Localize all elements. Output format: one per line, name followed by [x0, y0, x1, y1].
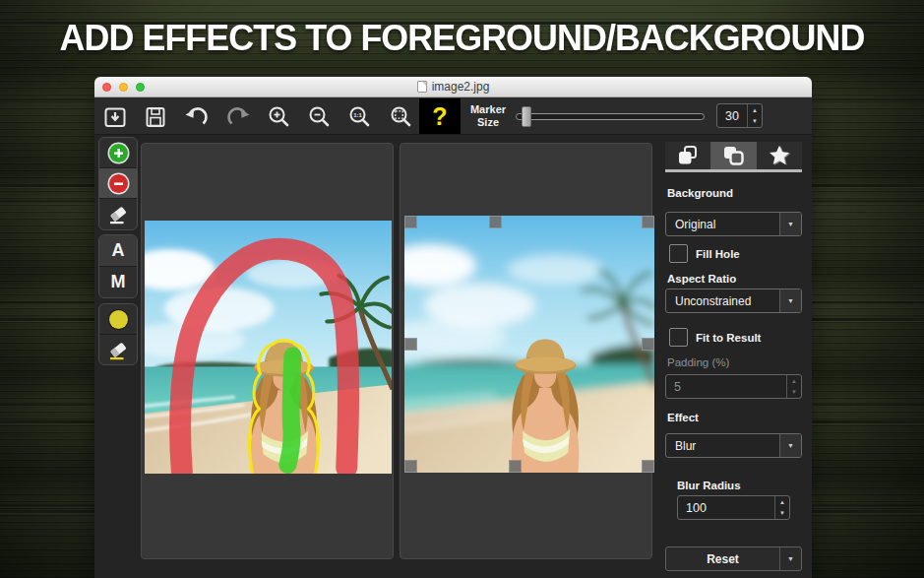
- foreground-marker-tool[interactable]: [99, 138, 137, 168]
- banner-title: ADD EFFECTS TO FOREGROUND/BACKGROUND: [14, 18, 910, 59]
- window-title-group: image2.jpg: [417, 80, 490, 94]
- spin-down-icon[interactable]: ▼: [748, 116, 762, 128]
- save-icon: [143, 104, 168, 130]
- crop-handle-middle-left[interactable]: [404, 338, 417, 351]
- reset-button-label: Reset: [666, 547, 779, 570]
- result-image[interactable]: [404, 216, 654, 473]
- background-dropdown-value: Original: [666, 213, 779, 235]
- marker-size-slider-handle[interactable]: [522, 106, 531, 127]
- fit-to-result-label: Fit to Result: [696, 332, 761, 344]
- marker-size-spin-arrows: ▲ ▼: [747, 104, 762, 127]
- redo-button[interactable]: [224, 103, 251, 130]
- window-title: image2.jpg: [432, 80, 490, 94]
- title-bar[interactable]: image2.jpg: [94, 77, 812, 97]
- minus-icon: [109, 174, 128, 193]
- tab-effects[interactable]: [757, 142, 802, 169]
- undo-icon: [184, 104, 210, 130]
- marker-eraser-tool[interactable]: [99, 199, 137, 229]
- padding-spinbox[interactable]: 5 ▲ ▼: [665, 374, 802, 399]
- blur-radius-spinbox[interactable]: 100 ▲ ▼: [677, 495, 790, 520]
- crop-handle-bottom-center[interactable]: [509, 460, 522, 473]
- zoom-window-button[interactable]: [136, 83, 145, 92]
- zoom-out-icon: [307, 104, 333, 130]
- zoom-in-button[interactable]: [266, 103, 292, 130]
- app-window: image2.jpg: [94, 77, 812, 578]
- chevron-down-icon[interactable]: ▼: [779, 289, 801, 312]
- settings-panel: Background Original ▼ Fill Hole Aspect R…: [663, 140, 804, 573]
- manual-mode-tool[interactable]: M: [99, 267, 137, 297]
- source-image[interactable]: [145, 221, 392, 474]
- zoom-in-icon: [267, 104, 292, 130]
- import-icon: [102, 104, 128, 130]
- effect-dropdown[interactable]: Blur ▼: [665, 433, 802, 458]
- fit-to-result-checkbox[interactable]: [669, 328, 688, 347]
- marker-size-label: Marker Size: [466, 103, 510, 129]
- redo-icon: [225, 104, 251, 130]
- aspect-ratio-dropdown-value: Unconstrained: [666, 289, 779, 312]
- crop-handle-top-center[interactable]: [489, 216, 502, 228]
- zoom-fit-button[interactable]: [388, 103, 414, 130]
- padding-spin-arrows: ▲ ▼: [786, 375, 801, 398]
- import-button[interactable]: [101, 103, 128, 130]
- chevron-down-icon[interactable]: ▼: [779, 547, 801, 570]
- blur-radius-value[interactable]: 100: [678, 496, 774, 519]
- crop-handle-bottom-left[interactable]: [404, 460, 417, 473]
- minimize-button[interactable]: [119, 83, 128, 92]
- blur-radius-label: Blur Radius: [677, 480, 741, 491]
- background-label: Background: [667, 187, 733, 199]
- fill-eraser-tool[interactable]: [99, 335, 137, 365]
- marker-size-value[interactable]: 30: [717, 104, 747, 127]
- fill-hole-checkbox[interactable]: [669, 244, 688, 263]
- spin-down-icon[interactable]: ▼: [775, 508, 789, 520]
- background-dropdown[interactable]: Original ▼: [665, 212, 802, 236]
- auto-mode-tool[interactable]: A: [99, 235, 137, 267]
- blur-radius-spin-arrows: ▲ ▼: [774, 496, 789, 519]
- aspect-ratio-dropdown[interactable]: Unconstrained ▼: [665, 289, 802, 313]
- spin-up-icon[interactable]: ▲: [775, 496, 789, 508]
- auto-mode-label: A: [112, 240, 125, 261]
- plus-icon: [109, 144, 128, 162]
- background-marker-tool[interactable]: [99, 168, 137, 199]
- chevron-down-icon[interactable]: ▼: [779, 213, 801, 235]
- document-icon: [417, 81, 427, 93]
- green-foreground-stroke: [287, 355, 292, 465]
- marker-tool-group: [98, 137, 138, 230]
- zoom-fit-icon: [389, 104, 414, 130]
- settings-tabs: [665, 142, 802, 169]
- layers-outline-icon: [721, 144, 745, 167]
- marker-size-slider[interactable]: [516, 113, 705, 120]
- zoom-actual-size-button[interactable]: 1:1: [346, 103, 373, 130]
- eraser-icon: [107, 203, 129, 225]
- undo-button[interactable]: [183, 103, 210, 130]
- source-canvas-panel[interactable]: [141, 143, 394, 559]
- star-icon: [767, 143, 792, 168]
- fill-marker-tool[interactable]: [99, 304, 137, 335]
- manual-mode-label: M: [111, 272, 126, 292]
- marker-size-spinbox[interactable]: 30 ▲ ▼: [716, 103, 763, 128]
- spin-down-icon[interactable]: ▼: [787, 387, 801, 399]
- crop-handle-bottom-right[interactable]: [642, 460, 654, 473]
- result-canvas-panel[interactable]: [400, 143, 652, 559]
- tab-underline: [665, 169, 802, 172]
- crop-handle-middle-right[interactable]: [642, 338, 654, 351]
- help-icon: ?: [432, 102, 447, 131]
- tab-background[interactable]: [710, 142, 756, 169]
- zoom-out-button[interactable]: [306, 103, 333, 130]
- fill-tool-group: [98, 303, 138, 365]
- mode-tool-group: A M: [98, 234, 138, 298]
- traffic-lights: [102, 77, 145, 97]
- padding-value[interactable]: 5: [666, 375, 786, 398]
- fill-hole-label: Fill Hole: [696, 248, 740, 260]
- zoom-actual-icon: 1:1: [347, 104, 373, 130]
- chevron-down-icon[interactable]: ▼: [779, 434, 801, 457]
- spin-up-icon[interactable]: ▲: [787, 375, 801, 387]
- close-button[interactable]: [102, 83, 111, 92]
- layers-filled-icon: [676, 144, 700, 167]
- crop-handle-top-left[interactable]: [404, 216, 417, 228]
- help-button[interactable]: ?: [419, 98, 461, 134]
- reset-button[interactable]: Reset ▼: [665, 546, 802, 571]
- spin-up-icon[interactable]: ▲: [748, 104, 762, 116]
- save-button[interactable]: [142, 103, 168, 130]
- crop-handle-top-right[interactable]: [642, 216, 654, 228]
- tab-foreground[interactable]: [665, 142, 710, 169]
